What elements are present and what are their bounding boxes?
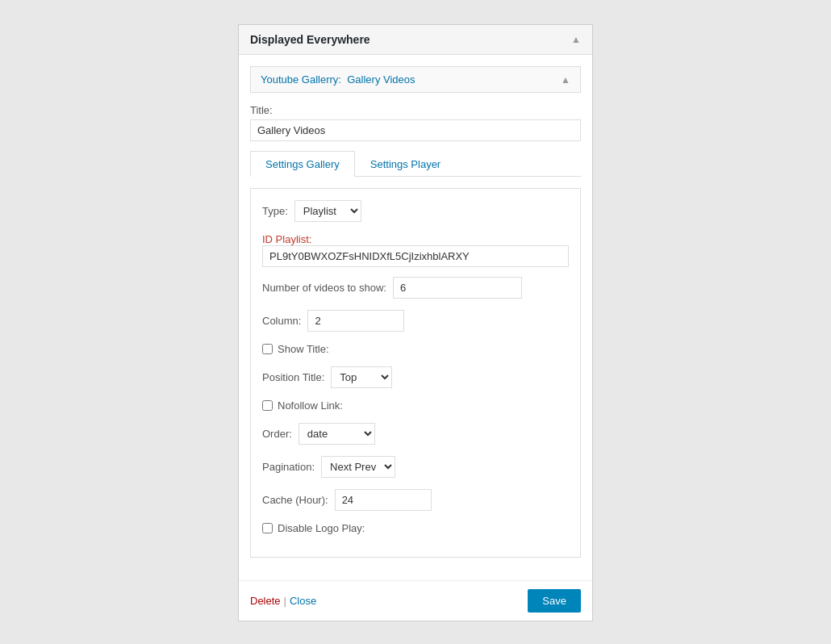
tabs-container: Settings Gallery Settings Player <box>250 151 581 177</box>
position-title-select[interactable]: Top Bottom <box>331 366 392 388</box>
id-playlist-label: ID Playlist: <box>262 233 311 245</box>
type-label: Type: <box>262 205 288 217</box>
cache-field: Cache (Hour): <box>262 489 569 511</box>
close-link[interactable]: Close <box>290 595 316 607</box>
widget-header-title: Displayed Everywhere <box>250 33 370 46</box>
settings-gallery-panel: Type: Playlist Channel Search ID Playlis… <box>250 188 581 558</box>
footer-links: Delete | Close <box>250 595 316 607</box>
widget-header: Displayed Everywhere ▲ <box>239 25 592 55</box>
type-field: Type: Playlist Channel Search <box>262 200 569 222</box>
position-title-field: Position Title: Top Bottom <box>262 366 569 388</box>
nofollow-link-row: Nofollow Link: <box>262 399 569 412</box>
pagination-label: Pagination: <box>262 461 315 473</box>
pagination-field: Pagination: Next Prev Numbers None <box>262 456 569 478</box>
disable-logo-row: Disable Logo Play: <box>262 522 569 534</box>
show-title-row: Show Title: <box>262 343 569 355</box>
widget-body: Youtube Gallerry: Gallery Videos ▲ Title… <box>239 55 592 580</box>
column-field: Column: <box>262 310 569 332</box>
widget-container: Displayed Everywhere ▲ Youtube Gallerry:… <box>238 24 593 621</box>
num-videos-label: Number of videos to show: <box>262 282 386 294</box>
disable-logo-checkbox[interactable] <box>262 523 273 533</box>
disable-logo-label: Disable Logo Play: <box>278 522 365 534</box>
title-input[interactable] <box>250 119 581 141</box>
pagination-select[interactable]: Next Prev Numbers None <box>321 456 395 478</box>
column-input[interactable] <box>307 310 404 332</box>
num-videos-input[interactable] <box>393 277 522 299</box>
title-label: Title: <box>250 104 581 116</box>
title-field-row: Title: <box>250 104 581 141</box>
column-label: Column: <box>262 315 301 327</box>
tab-settings-gallery[interactable]: Settings Gallery <box>250 151 355 177</box>
section-header: Youtube Gallerry: Gallery Videos ▲ <box>250 66 581 93</box>
id-playlist-field: ID Playlist: <box>262 233 569 267</box>
widget-footer: Delete | Close Save <box>239 580 592 621</box>
footer-separator: | <box>284 595 286 607</box>
id-playlist-input[interactable] <box>262 245 569 267</box>
nofollow-link-checkbox[interactable] <box>262 400 273 411</box>
section-header-text: Youtube Gallerry: Gallery Videos <box>261 73 416 86</box>
type-select[interactable]: Playlist Channel Search <box>294 200 361 222</box>
collapse-arrow-icon[interactable]: ▲ <box>571 34 581 45</box>
position-title-label: Position Title: <box>262 371 324 383</box>
show-title-label: Show Title: <box>278 343 329 355</box>
show-title-checkbox[interactable] <box>262 344 273 354</box>
section-prefix: Youtube Gallerry: <box>261 73 341 86</box>
tab-settings-player[interactable]: Settings Player <box>355 151 456 177</box>
cache-input[interactable] <box>335 489 432 511</box>
num-videos-field: Number of videos to show: <box>262 277 569 299</box>
order-select[interactable]: date title viewCount <box>299 423 375 445</box>
order-field: Order: date title viewCount <box>262 423 569 445</box>
section-collapse-arrow-icon[interactable]: ▲ <box>561 74 570 86</box>
save-button[interactable]: Save <box>528 589 581 613</box>
cache-label: Cache (Hour): <box>262 494 328 506</box>
section-name: Gallery Videos <box>347 73 415 86</box>
order-label: Order: <box>262 428 292 440</box>
nofollow-link-label: Nofollow Link: <box>278 399 343 412</box>
delete-link[interactable]: Delete <box>250 595 281 607</box>
